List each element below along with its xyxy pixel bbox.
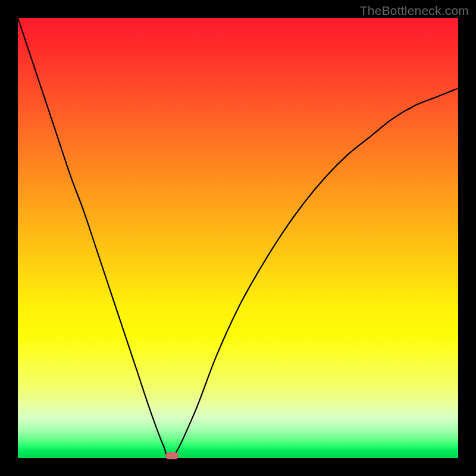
bottleneck-curve bbox=[18, 18, 458, 458]
plot-area bbox=[18, 18, 458, 458]
chart-container: TheBottleneck.com bbox=[0, 0, 476, 476]
minimum-marker bbox=[165, 452, 178, 459]
watermark-text: TheBottleneck.com bbox=[360, 4, 469, 18]
